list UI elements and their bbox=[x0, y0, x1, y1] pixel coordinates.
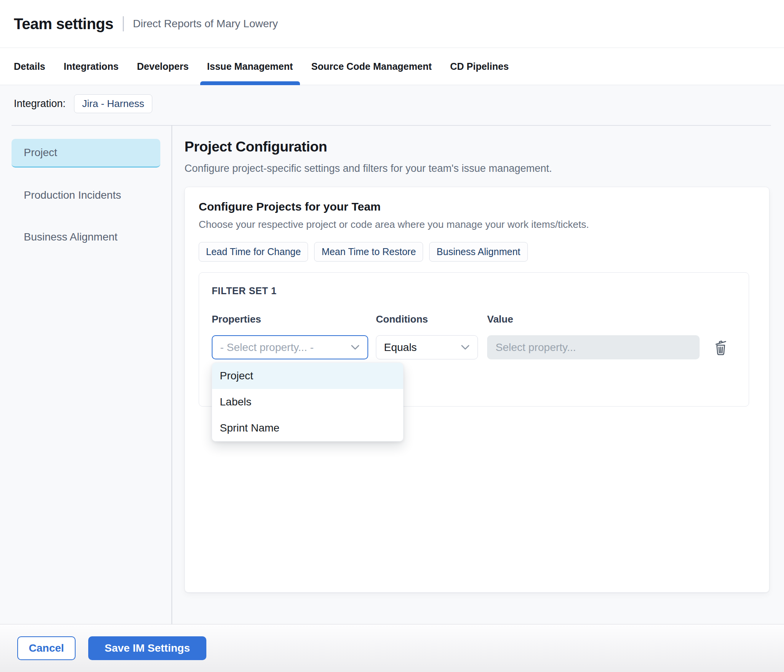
tab-issue-management[interactable]: Issue Management bbox=[200, 48, 300, 85]
metric-chips: Lead Time for Change Mean Time to Restor… bbox=[199, 242, 749, 262]
tab-integrations[interactable]: Integrations bbox=[57, 48, 125, 85]
column-header-conditions: Conditions bbox=[376, 313, 487, 325]
section-description: Configure project-specific settings and … bbox=[184, 163, 775, 175]
filter-set-1: FILTER SET 1 Properties Conditions Value… bbox=[199, 272, 749, 407]
sidebar-item-production-incidents[interactable]: Production Incidents bbox=[12, 181, 160, 209]
filter-set-title: FILTER SET 1 bbox=[212, 285, 737, 296]
sidebar-divider bbox=[171, 125, 172, 672]
tab-details[interactable]: Details bbox=[7, 48, 52, 85]
integration-chip[interactable]: Jira - Harness bbox=[74, 94, 152, 113]
filter-column-headers: Properties Conditions Value bbox=[212, 313, 737, 325]
chip-mean-time-to-restore[interactable]: Mean Time to Restore bbox=[314, 242, 423, 262]
condition-select-value: Equals bbox=[384, 341, 417, 354]
card-subtitle: Choose your respective project or code a… bbox=[199, 219, 749, 231]
integration-row: Integration: Jira - Harness bbox=[14, 94, 152, 113]
dropdown-option-project[interactable]: Project bbox=[212, 363, 403, 389]
sidebar-item-business-alignment[interactable]: Business Alignment bbox=[12, 222, 160, 251]
value-input[interactable] bbox=[487, 335, 700, 359]
tab-developers[interactable]: Developers bbox=[130, 48, 196, 85]
integration-label: Integration: bbox=[14, 98, 66, 110]
section-heading: Project Configuration bbox=[184, 139, 775, 155]
trash-icon bbox=[713, 338, 729, 357]
filter-row: - Select property... - Project Labels Sp… bbox=[212, 335, 737, 359]
property-dropdown-menu: Project Labels Sprint Name bbox=[212, 362, 404, 441]
tab-bar: Details Integrations Developers Issue Ma… bbox=[0, 48, 784, 85]
configure-projects-card: Configure Projects for your Team Choose … bbox=[184, 187, 769, 593]
chevron-down-icon bbox=[351, 344, 360, 351]
column-header-value: Value bbox=[487, 313, 737, 325]
tab-source-code-management[interactable]: Source Code Management bbox=[305, 48, 439, 85]
dropdown-option-labels[interactable]: Labels bbox=[212, 389, 403, 415]
property-select-value: - Select property... - bbox=[220, 341, 314, 354]
sidebar: Project Production Incidents Business Al… bbox=[12, 139, 160, 251]
top-bar: Team settings Direct Reports of Mary Low… bbox=[0, 0, 784, 48]
chevron-down-icon bbox=[461, 344, 470, 351]
column-header-properties: Properties bbox=[212, 313, 376, 325]
chip-lead-time-for-change[interactable]: Lead Time for Change bbox=[199, 242, 308, 262]
page-subtitle: Direct Reports of Mary Lowery bbox=[133, 18, 278, 30]
page-title: Team settings bbox=[14, 15, 114, 33]
footer-action-bar: Cancel Save IM Settings bbox=[0, 624, 784, 672]
save-im-settings-button[interactable]: Save IM Settings bbox=[88, 636, 206, 660]
title-separator bbox=[123, 16, 124, 31]
condition-select[interactable]: Equals bbox=[376, 335, 478, 359]
dropdown-option-sprint-name[interactable]: Sprint Name bbox=[212, 415, 403, 441]
main-panel: Project Configuration Configure project-… bbox=[184, 85, 775, 593]
property-select[interactable]: - Select property... - bbox=[212, 335, 368, 359]
cancel-button[interactable]: Cancel bbox=[17, 636, 76, 660]
tab-cd-pipelines[interactable]: CD Pipelines bbox=[443, 48, 516, 85]
content-area: Integration: Jira - Harness Project Prod… bbox=[0, 85, 784, 624]
property-select-wrapper: - Select property... - Project Labels Sp… bbox=[212, 335, 368, 359]
delete-filter-button[interactable] bbox=[713, 338, 729, 357]
sidebar-item-project[interactable]: Project bbox=[12, 139, 160, 168]
card-title: Configure Projects for your Team bbox=[199, 200, 749, 213]
chip-business-alignment[interactable]: Business Alignment bbox=[429, 242, 527, 262]
